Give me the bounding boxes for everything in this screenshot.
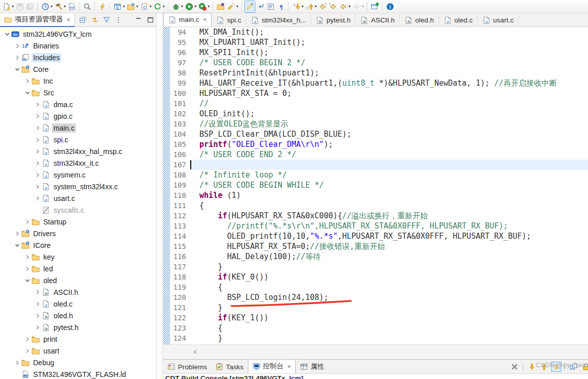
tree-item-oled-h[interactable]: .holed.h [0, 310, 156, 321]
tab-spi-c[interactable]: .cspi.c [212, 14, 246, 27]
tree-item-icore[interactable]: CICore [0, 239, 156, 251]
tree-item-dma-c[interactable]: .cdma.c [0, 98, 156, 110]
tree-item-core[interactable]: CCore [0, 63, 156, 75]
debug-button[interactable]: ▾ [171, 1, 184, 12]
chevron-right-icon[interactable] [34, 159, 42, 167]
tree-item-print[interactable]: print [0, 333, 156, 345]
info-button[interactable]: i [385, 1, 395, 12]
run-button[interactable]: ▾ [184, 1, 197, 12]
new-c-folder-button[interactable]: C▾ [126, 1, 139, 12]
tree-item-stm32l496vgtx-flash-ld[interactable]: LDSTM32L496VGTX_FLASH.ld [0, 368, 156, 379]
new-wizard-button[interactable]: ▾ [2, 1, 15, 12]
tab-usart-c[interactable]: .cusart.c [478, 14, 519, 27]
tree-item-oled[interactable]: oled [0, 274, 156, 286]
horizontal-scrollbar[interactable] [163, 344, 588, 359]
tree-item-pytest-h[interactable]: .hpytest.h [0, 321, 156, 333]
dropdown-arrow-icon[interactable]: ▾ [348, 5, 350, 9]
collapse-all-button[interactable] [78, 14, 88, 26]
dropdown-arrow-icon[interactable]: ▾ [315, 5, 317, 9]
chevron-right-icon[interactable] [34, 288, 42, 296]
code-text[interactable]: MX_DMA_Init(); MX_LPUART1_UART_Init(); M… [190, 27, 588, 344]
chevron-right-icon[interactable] [34, 323, 42, 332]
dropdown-arrow-icon[interactable]: ▾ [50, 5, 53, 9]
chevron-right-icon[interactable] [34, 171, 42, 179]
previous-annotation-button[interactable]: ▾ [304, 1, 318, 12]
chevron-right-icon[interactable] [34, 300, 42, 308]
generate-code-button[interactable]: ▾ [152, 1, 166, 12]
tree-item-led[interactable]: led [0, 263, 156, 274]
dropdown-arrow-icon[interactable]: ▾ [12, 5, 14, 9]
chevron-right-icon[interactable] [23, 218, 32, 226]
dropdown-arrow-icon[interactable]: ▾ [362, 5, 364, 9]
chevron-down-icon[interactable] [13, 241, 21, 249]
tree-item-stm32l4xx-it-c[interactable]: .cstm32l4xx_it.c [0, 157, 156, 169]
code-editor[interactable]: 9495969798991001011021031041051061071081… [163, 27, 588, 344]
new-c-file-button[interactable]: C▾ [139, 1, 152, 12]
mark-occurrences-button[interactable] [244, 1, 255, 13]
binary-file-button[interactable]: 010 [67, 1, 77, 12]
tab-oled-h[interactable]: .holed.h [400, 14, 439, 27]
tab-properties[interactable]: 属性 [296, 360, 328, 373]
tab-stm32l4xx-h-[interactable]: .cstm32l4xx_h... [246, 14, 311, 27]
tab-tasks[interactable]: Tasks [211, 360, 248, 373]
dropdown-arrow-icon[interactable]: ▾ [64, 5, 66, 9]
dropdown-arrow-icon[interactable]: ▾ [301, 5, 303, 9]
back-button[interactable]: ▾ [338, 1, 351, 12]
chevron-down-icon[interactable] [23, 276, 32, 285]
next-annotation-button[interactable]: ▾ [291, 1, 304, 12]
tab-ascii-h[interactable]: .hASCII.h [355, 14, 400, 27]
tree-item-inc[interactable]: Inc [0, 75, 156, 87]
close-icon[interactable]: × [67, 16, 71, 23]
save-all-button[interactable] [25, 1, 35, 12]
dropdown-arrow-icon[interactable]: ▾ [208, 5, 210, 9]
next-edit-location-button[interactable]: * [328, 1, 338, 12]
pin-editor-button[interactable] [370, 1, 380, 12]
forward-button[interactable]: ▾ [351, 1, 365, 12]
chevron-right-icon[interactable] [23, 253, 32, 261]
external-tools-button[interactable]: ▾ [197, 1, 211, 12]
chevron-right-icon[interactable] [23, 347, 32, 355]
chevron-right-icon[interactable] [34, 112, 42, 120]
dropdown-arrow-icon[interactable]: ▾ [136, 5, 138, 9]
new-c-project-button[interactable]: C▾ [113, 1, 126, 12]
save-button[interactable] [15, 1, 25, 12]
tree-item-oled-c[interactable]: .coled.c [0, 298, 156, 310]
tab-main-c[interactable]: .cmain.c× [163, 13, 212, 27]
dropdown-arrow-icon[interactable]: ▾ [149, 5, 151, 9]
chevron-down-icon[interactable] [3, 30, 11, 38]
tab-problems[interactable]: Problems [163, 360, 211, 373]
tree-item-main-c[interactable]: .cmain.c [0, 122, 156, 134]
chevron-right-icon[interactable] [13, 42, 21, 50]
dropdown-arrow-icon[interactable]: ▾ [163, 5, 165, 9]
close-icon[interactable]: × [203, 16, 207, 23]
tree-item-startup[interactable]: Startup [0, 216, 156, 228]
tree-item-src[interactable]: Src [0, 87, 156, 98]
show-whitespace-button[interactable]: ¶ [276, 1, 286, 12]
chevron-down-icon[interactable] [23, 89, 32, 97]
chevron-right-icon[interactable] [13, 230, 21, 238]
show-selected-element-button[interactable] [255, 1, 266, 12]
dropdown-arrow-icon[interactable]: ▾ [236, 5, 238, 9]
scrollbar-track[interactable] [200, 348, 588, 357]
chevron-right-icon[interactable] [13, 54, 21, 62]
quickdiff-ruler[interactable] [163, 27, 170, 344]
close-icon[interactable]: × [287, 363, 291, 370]
tree-item-includes[interactable]: hIncludes [0, 52, 156, 63]
dropdown-arrow-icon[interactable]: ▾ [123, 5, 125, 9]
tree-item-spi-c[interactable]: .cspi.c [0, 134, 156, 145]
build-button[interactable]: ▾ [54, 1, 67, 12]
connect-plug-button[interactable] [97, 1, 108, 12]
chevron-right-icon[interactable] [34, 100, 42, 109]
tree-item-usart-c[interactable]: .cusart.c [0, 192, 156, 204]
tree-item-key[interactable]: key [0, 251, 156, 263]
minimize-button[interactable] [134, 14, 144, 26]
tree-item-syscalls-c[interactable]: syscalls.c [0, 204, 156, 216]
chevron-right-icon[interactable] [23, 77, 32, 85]
clear-console-button[interactable] [509, 362, 520, 372]
chevron-right-icon[interactable] [34, 136, 42, 144]
line-number-gutter[interactable]: 9495969798991001011021031041051061071081… [170, 27, 190, 344]
open-resource-button[interactable] [216, 1, 226, 12]
block-selection-button[interactable] [266, 1, 276, 12]
chevron-right-icon[interactable] [34, 124, 42, 132]
maximize-button[interactable] [145, 14, 156, 26]
